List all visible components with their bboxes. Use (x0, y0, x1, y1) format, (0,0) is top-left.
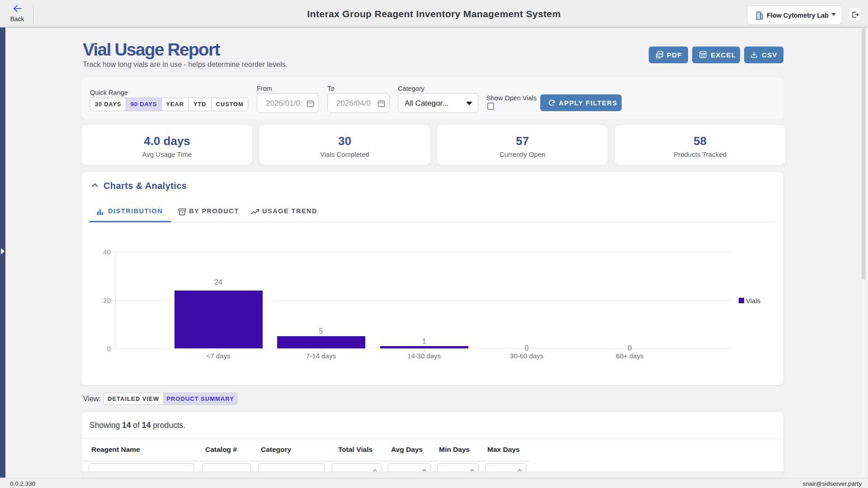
svg-text:PDF: PDF (658, 53, 662, 56)
